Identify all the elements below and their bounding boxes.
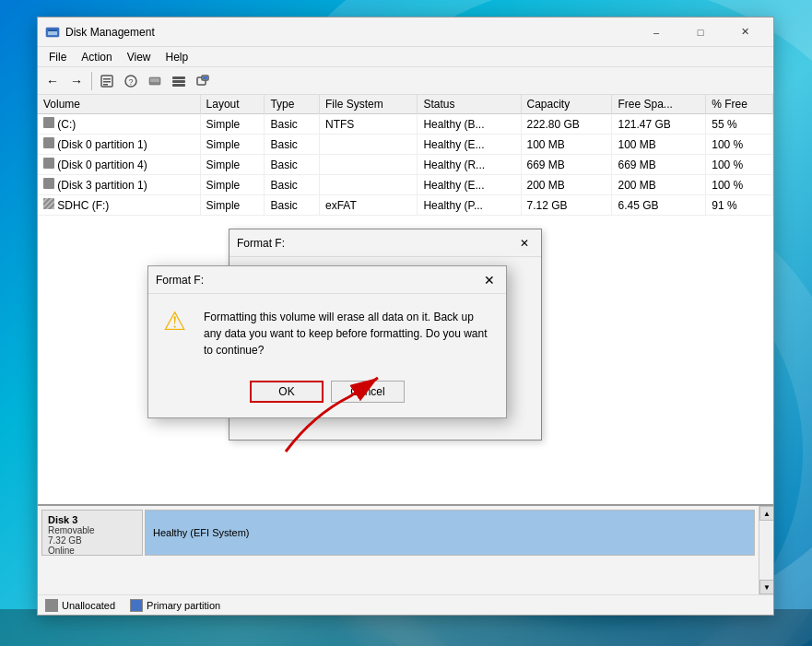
cell-free: 669 MB (612, 155, 706, 175)
refresh-button[interactable] (168, 70, 190, 92)
svg-rect-16 (203, 76, 207, 79)
disk-layout-scrollable: Disk 3 Removable 7.32 GB Online Healthy … (38, 506, 759, 594)
scroll-up[interactable]: ▲ (759, 506, 773, 521)
format-dialog-bg-title-bar: Format F: ✕ (229, 229, 541, 257)
volume-table: Volume Layout Type File System Status Ca… (38, 95, 773, 216)
cell-volume: SDHC (F:) (38, 195, 200, 216)
disk3-type: Removable (48, 525, 136, 535)
cell-filesystem: exFAT (320, 195, 418, 216)
cell-volume: (Disk 0 partition 4) (38, 155, 200, 175)
cell-status: Healthy (E... (418, 175, 521, 195)
cell-layout: Simple (200, 175, 265, 195)
col-layout[interactable]: Layout (200, 95, 265, 114)
confirm-buttons: OK Cancel (148, 373, 506, 417)
cancel-button[interactable]: Cancel (331, 381, 405, 403)
svg-rect-19 (43, 158, 54, 169)
table-row[interactable]: (Disk 0 partition 4) Simple Basic Health… (38, 155, 773, 175)
disk3-partition[interactable]: Healthy (EFI System) (145, 510, 755, 556)
col-type[interactable]: Type (265, 95, 320, 114)
cell-type: Basic (265, 195, 320, 216)
title-bar: Disk Management – □ ✕ (38, 18, 773, 47)
minimize-button[interactable]: – (635, 19, 677, 45)
col-volume[interactable]: Volume (38, 95, 200, 114)
menu-file[interactable]: File (41, 49, 74, 65)
cell-pct: 100 % (706, 135, 773, 155)
cell-type: Basic (265, 135, 320, 155)
cell-status: Healthy (E... (418, 135, 521, 155)
svg-rect-17 (43, 117, 54, 128)
col-status[interactable]: Status (418, 95, 521, 114)
svg-rect-18 (43, 137, 54, 148)
drive-button[interactable] (144, 70, 166, 92)
svg-rect-4 (103, 78, 111, 80)
cell-layout: Simple (200, 155, 265, 175)
svg-rect-5 (103, 81, 111, 83)
confirm-message: Formatting this volume will erase all da… (204, 309, 491, 358)
menu-bar: File Action View Help (38, 47, 773, 67)
scroll-down[interactable]: ▼ (759, 580, 773, 594)
disk3-status: Online (48, 546, 136, 556)
menu-help[interactable]: Help (159, 49, 196, 65)
table-row[interactable]: (Disk 3 partition 1) Simple Basic Health… (38, 175, 773, 195)
cell-pct: 55 % (706, 114, 773, 135)
maximize-button[interactable]: □ (679, 19, 722, 45)
cell-volume: (Disk 3 partition 1) (38, 175, 200, 195)
cell-capacity: 222.80 GB (521, 114, 612, 135)
cell-free: 200 MB (612, 175, 706, 195)
cell-filesystem: NTFS (320, 114, 418, 135)
cell-filesystem (320, 135, 418, 155)
confirm-title: Format F: (156, 274, 480, 287)
window-icon (45, 25, 60, 40)
svg-rect-6 (103, 84, 108, 86)
disk3-size: 7.32 GB (48, 535, 136, 546)
confirm-dialog: Format F: ✕ Formatting this volume will … (147, 265, 507, 418)
cell-volume: (C:) (38, 114, 200, 135)
col-capacity[interactable]: Capacity (521, 95, 612, 114)
forward-button[interactable]: → (65, 70, 88, 92)
legend-bar: Unallocated Primary partition (38, 594, 773, 615)
unallocated-label: Unallocated (62, 600, 115, 611)
unallocated-swatch (45, 599, 58, 612)
close-button[interactable]: ✕ (724, 19, 766, 45)
back-button[interactable]: ← (41, 70, 64, 92)
col-filesystem[interactable]: File System (320, 95, 418, 114)
cell-free: 6.45 GB (612, 195, 706, 216)
cell-layout: Simple (200, 195, 265, 216)
svg-rect-10 (150, 78, 159, 82)
confirm-close-button[interactable]: ✕ (480, 271, 499, 289)
menu-action[interactable]: Action (74, 49, 119, 65)
cell-free: 100 MB (612, 135, 706, 155)
properties-button[interactable] (96, 70, 118, 92)
confirm-body: Formatting this volume will erase all da… (148, 294, 506, 373)
cell-capacity: 200 MB (521, 175, 612, 195)
cell-pct: 100 % (706, 175, 773, 195)
cell-capacity: 7.12 GB (521, 195, 612, 216)
window-title: Disk Management (65, 26, 635, 39)
extra-button[interactable] (192, 70, 214, 92)
help-button[interactable]: ? (120, 70, 142, 92)
col-free[interactable]: Free Spa... (612, 95, 706, 114)
menu-view[interactable]: View (120, 49, 159, 65)
format-dialog-bg-title: Format F: (237, 237, 285, 250)
svg-rect-12 (172, 80, 185, 83)
cell-pct: 100 % (706, 155, 773, 175)
format-dialog-bg-close[interactable]: ✕ (515, 234, 534, 253)
toolbar-separator-1 (91, 72, 92, 90)
svg-rect-21 (43, 198, 54, 209)
cell-type: Basic (265, 155, 320, 175)
svg-text:?: ? (128, 77, 133, 87)
cell-filesystem (320, 155, 418, 175)
primary-swatch (130, 599, 143, 612)
table-row[interactable]: (C:) Simple Basic NTFS Healthy (B... 222… (38, 114, 773, 135)
ok-button[interactable]: OK (250, 381, 324, 403)
cell-layout: Simple (200, 135, 265, 155)
cell-free: 121.47 GB (612, 114, 706, 135)
svg-rect-20 (43, 178, 54, 189)
table-row[interactable]: (Disk 0 partition 1) Simple Basic Health… (38, 135, 773, 155)
cell-status: Healthy (B... (418, 114, 521, 135)
table-row[interactable]: SDHC (F:) Simple Basic exFAT Healthy (P.… (38, 195, 773, 216)
col-pct[interactable]: % Free (706, 95, 773, 114)
cell-layout: Simple (200, 114, 265, 135)
confirm-title-bar: Format F: ✕ (148, 266, 506, 294)
disk3-row: Disk 3 Removable 7.32 GB Online Healthy … (41, 510, 755, 556)
